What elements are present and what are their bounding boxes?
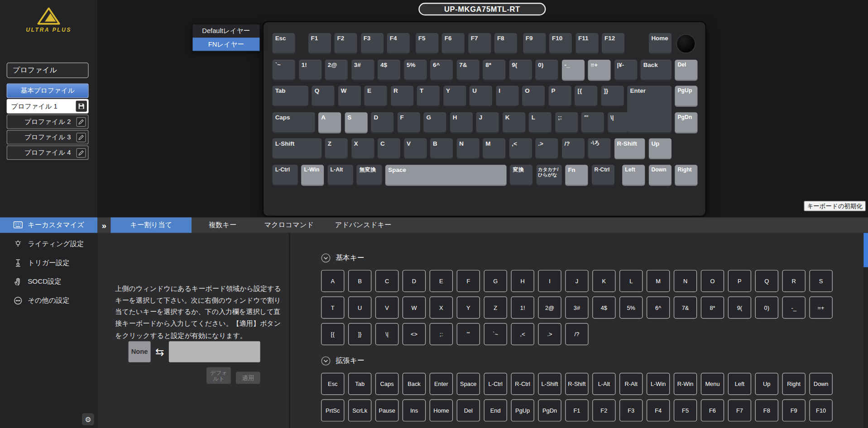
tab-multi-key[interactable]: 複数キー	[192, 217, 254, 233]
picker-key-<>[interactable]: <>	[403, 323, 426, 345]
sidebar-item-socd[interactable]: SOCD設定	[0, 274, 97, 289]
key-L[interactable]: L	[529, 112, 551, 133]
picker-key-Del[interactable]: Del	[457, 399, 480, 422]
key-F1[interactable]: F1	[308, 33, 331, 54]
key-0)[interactable]: 0)	[535, 59, 558, 80]
key-[{[interactable]: [{	[575, 86, 597, 107]
key-Back[interactable]: Back	[641, 59, 671, 80]
key--\ろ[interactable]: -\ろ	[588, 138, 610, 159]
picker-key-PrtSc[interactable]: PrtSc	[321, 399, 344, 422]
picker-key-R-Win[interactable]: R-Win	[674, 373, 697, 395]
picker-key-F9[interactable]: F9	[782, 399, 806, 422]
picker-key-End[interactable]: End	[484, 399, 507, 422]
key-=+[interactable]: =+	[588, 59, 610, 80]
key-8*[interactable]: 8*	[483, 59, 505, 80]
picker-key-F2[interactable]: F2	[592, 399, 615, 422]
key-L-Ctrl[interactable]: L-Ctrl	[273, 165, 298, 185]
key-Z[interactable]: Z	[325, 138, 348, 159]
key-Y[interactable]: Y	[443, 86, 466, 107]
key-P[interactable]: P	[548, 86, 571, 107]
picker-key-G[interactable]: G	[484, 270, 507, 292]
section-header-extended-keys[interactable]: 拡張キー	[321, 356, 863, 366]
picker-key-M[interactable]: M	[647, 270, 670, 292]
key-Home[interactable]: Home	[648, 33, 671, 54]
key-Left[interactable]: Left	[622, 165, 645, 185]
key-Space[interactable]: Space	[385, 165, 506, 185]
key-F10[interactable]: F10	[549, 33, 572, 54]
picker-key-ScrLk[interactable]: ScrLk	[348, 399, 371, 422]
picker-key-[{[interactable]: [{	[321, 323, 344, 345]
picker-key-Menu[interactable]: Menu	[701, 373, 724, 395]
key-`~[interactable]: `~	[273, 59, 295, 80]
picker-key-F3[interactable]: F3	[619, 399, 643, 422]
scrollbar-thumb[interactable]	[863, 233, 868, 267]
key-Caps[interactable]: Caps	[273, 112, 315, 133]
picker-key-C[interactable]: C	[375, 270, 398, 292]
sidebar-item-lighting[interactable]: ライティング設定	[0, 236, 97, 252]
picker-key-9([interactable]: 9(	[728, 296, 751, 319]
key-H[interactable]: H	[450, 112, 473, 133]
picker-key-Pause[interactable]: Pause	[375, 399, 398, 422]
key-Del[interactable]: Del	[675, 59, 697, 80]
key--_[interactable]: -_	[561, 59, 584, 80]
picker-key-L-Ctrl[interactable]: L-Ctrl	[484, 373, 507, 395]
picker-key-N[interactable]: N	[674, 270, 697, 292]
picker-key-A[interactable]: A	[321, 270, 344, 292]
picker-key-PgUp[interactable]: PgUp	[511, 399, 534, 422]
tab-key-assign[interactable]: キー割り当て	[111, 217, 192, 233]
picker-key-;:[interactable]: ;:	[430, 323, 453, 345]
key-M[interactable]: M	[483, 138, 505, 159]
key-Enter[interactable]: Enter	[628, 86, 671, 133]
picker-key-3#[interactable]: 3#	[565, 296, 588, 319]
sidebar-item-misc[interactable]: その他の設定	[0, 293, 97, 308]
key-F11[interactable]: F11	[575, 33, 598, 54]
key-Tab[interactable]: Tab	[273, 86, 308, 107]
section-header-basic-keys[interactable]: 基本キー	[321, 253, 863, 263]
picker-key-E[interactable]: E	[430, 270, 453, 292]
picker-key-F6[interactable]: F6	[701, 399, 724, 422]
tab-macro-command[interactable]: マクロコマンド	[254, 217, 324, 233]
tab-advanced-key[interactable]: アドバンスドキー	[324, 217, 402, 233]
picker-key-P[interactable]: P	[728, 270, 751, 292]
picker-key-Ins[interactable]: Ins	[403, 399, 426, 422]
picker-key-J[interactable]: J	[565, 270, 588, 292]
sidebar-item-trigger[interactable]: トリガー設定	[0, 255, 97, 271]
picker-key-B[interactable]: B	[348, 270, 371, 292]
picker-key-L[interactable]: L	[619, 270, 643, 292]
key-無変換[interactable]: 無変換	[356, 165, 382, 185]
picker-key-\|[interactable]: \|	[375, 323, 398, 345]
key-O[interactable]: O	[522, 86, 545, 107]
picker-key-I[interactable]: I	[538, 270, 561, 292]
key-R-Shift[interactable]: R-Shift	[614, 138, 645, 159]
picker-key-W[interactable]: W	[403, 296, 426, 319]
key-E[interactable]: E	[364, 86, 387, 107]
key-B[interactable]: B	[430, 138, 453, 159]
picker-key-Y[interactable]: Y	[457, 296, 480, 319]
picker-key-H[interactable]: H	[511, 270, 534, 292]
rotary-knob[interactable]	[676, 34, 696, 54]
picker-key-"'[interactable]: "'	[457, 323, 480, 345]
key-F3[interactable]: F3	[361, 33, 384, 54]
picker-key-L-Win[interactable]: L-Win	[647, 373, 670, 395]
picker-key-6^[interactable]: 6^	[647, 296, 670, 319]
picker-key-Enter[interactable]: Enter	[430, 373, 453, 395]
sidebar-item-key-customize[interactable]: キーカスタマイズ	[0, 217, 97, 233]
profile-item-1[interactable]: プロファイル 1	[7, 99, 89, 114]
profile-item-4[interactable]: プロファイル 4	[7, 146, 89, 160]
key-6^[interactable]: 6^	[430, 59, 453, 80]
edit-icon[interactable]	[77, 117, 86, 127]
picker-key-F10[interactable]: F10	[809, 399, 832, 422]
key-N[interactable]: N	[456, 138, 479, 159]
picker-key-Z[interactable]: Z	[484, 296, 507, 319]
key-S[interactable]: S	[345, 112, 367, 133]
key-7&[interactable]: 7&	[456, 59, 479, 80]
picker-key-R-Alt[interactable]: R-Alt	[619, 373, 643, 395]
key-変換[interactable]: 変換	[510, 165, 532, 185]
picker-key-]}[interactable]: ]}	[348, 323, 371, 345]
picker-key-.>[interactable]: .>	[538, 323, 561, 345]
key-F2[interactable]: F2	[334, 33, 357, 54]
picker-key-F7[interactable]: F7	[728, 399, 751, 422]
key-F4[interactable]: F4	[387, 33, 410, 54]
key-F12[interactable]: F12	[602, 33, 624, 54]
picker-key-D[interactable]: D	[403, 270, 426, 292]
